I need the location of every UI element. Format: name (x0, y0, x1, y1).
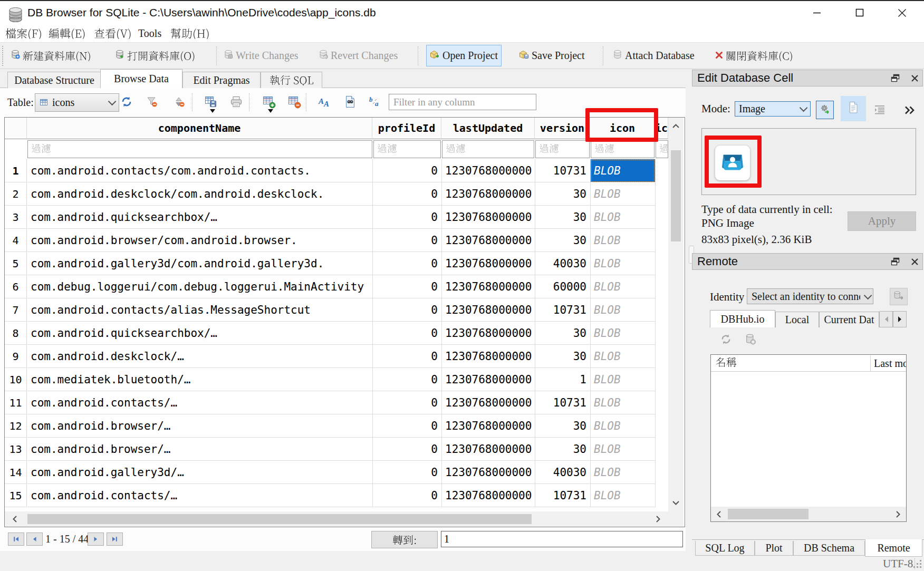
toolbar-button-save-project[interactable]: Save Project Save Project (516, 45, 588, 66)
cell-icon-blob[interactable]: BLOB (591, 368, 655, 391)
resize-grip[interactable] (920, 563, 921, 565)
cell-componentName[interactable]: com.debug.loggerui/com.debug.loggerui.Ma… (27, 275, 372, 298)
cell-profileId[interactable]: 0 (373, 391, 441, 414)
cell-componentName[interactable]: com.android.quicksearchbox/… (27, 322, 372, 345)
clear-all-filters-button[interactable] (145, 95, 159, 110)
goto-page-input[interactable] (441, 531, 683, 547)
cell-version[interactable]: 40030 (535, 252, 590, 275)
cell-lastUpdated[interactable]: 1230768000000 (442, 484, 535, 507)
text-view-toggle-button[interactable] (841, 96, 866, 121)
auto-switch-mode-button[interactable] (816, 101, 834, 119)
cell-profileId[interactable]: 0 (373, 484, 441, 507)
row-number-3[interactable]: 3 (5, 206, 27, 229)
cell-profileId[interactable]: 0 (373, 461, 441, 484)
delete-record-button[interactable] (287, 95, 302, 110)
cell-version[interactable]: 60000 (535, 275, 590, 298)
row-number-6[interactable]: 6 (5, 275, 27, 298)
scroll-down-icon[interactable] (668, 495, 684, 511)
remote-list-column-lastmodified[interactable]: Last mo (874, 355, 906, 372)
cell-profileId[interactable]: 0 (373, 345, 441, 368)
cell-version[interactable]: 10731 (535, 159, 590, 182)
cell-icon-blob[interactable]: BLOB (591, 275, 655, 298)
cell-icon-blob[interactable]: BLOB (591, 484, 655, 507)
remote-tab-dbhub[interactable]: DBHub.io (710, 310, 775, 327)
cell-profileId[interactable]: 0 (373, 229, 441, 252)
row-number-13[interactable]: 13 (5, 438, 27, 461)
cell-version[interactable]: 30 (535, 182, 590, 206)
remote-refresh-button[interactable] (719, 333, 733, 347)
column-header-lastUpdated[interactable]: lastUpdated (441, 118, 535, 139)
nav-first-button[interactable] (8, 533, 24, 546)
change-font-button[interactable]: AA (317, 95, 332, 110)
cell-icon-blob[interactable]: BLOB (591, 391, 655, 414)
refresh-button[interactable] (119, 95, 134, 110)
cell-componentName[interactable]: com.android.deskclock/com.android.deskcl… (27, 182, 372, 206)
cell-componentName[interactable]: com.android.browser/com.android.browser. (27, 229, 372, 252)
remote-list-scrollbar[interactable] (711, 507, 906, 521)
bottom-tab-sql-log[interactable]: SQL Log (695, 541, 755, 556)
filter-any-column-input[interactable] (389, 94, 536, 110)
horizontal-scrollbar-thumb[interactable] (27, 514, 532, 524)
remote-scrollbar-thumb[interactable] (728, 509, 808, 519)
cell-lastUpdated[interactable]: 1230768000000 (442, 298, 535, 322)
cell-profileId[interactable]: 0 (373, 275, 441, 298)
remote-panel-titlebar[interactable]: Remote (692, 253, 923, 270)
cell-version[interactable]: 40030 (535, 461, 590, 484)
cell-version[interactable]: 1 (535, 368, 590, 391)
cell-profileId[interactable]: 0 (373, 252, 441, 275)
grid-corner-header[interactable] (5, 118, 27, 139)
remote-tab-current-database[interactable]: Current Dat (819, 312, 879, 327)
edit-cell-close-button[interactable] (909, 73, 920, 83)
bottom-tab-plot[interactable]: Plot (755, 541, 793, 556)
cell-profileId[interactable]: 0 (373, 322, 441, 345)
minimize-button[interactable] (795, 1, 838, 24)
menu-item-help[interactable]: 幫助(H) (170, 24, 210, 42)
cell-componentName[interactable]: com.android.contacts/… (27, 391, 372, 414)
cell-componentName[interactable]: com.android.gallery3d/com.android.galler… (27, 252, 372, 275)
scroll-right-icon[interactable] (650, 511, 666, 527)
row-number-14[interactable]: 14 (5, 461, 27, 484)
remote-tabs-scroll-right[interactable] (893, 311, 907, 327)
cell-lastUpdated[interactable]: 1230768000000 (442, 159, 535, 182)
cell-lastUpdated[interactable]: 1230768000000 (442, 275, 535, 298)
cell-lastUpdated[interactable]: 1230768000000 (442, 182, 535, 206)
menu-item-view[interactable]: 查看(V) (94, 24, 132, 42)
word-wrap-button[interactable] (871, 103, 888, 118)
tab-database-structure[interactable]: Database Structure Database Structure (7, 72, 101, 88)
cell-icon-blob[interactable]: BLOB (591, 229, 655, 252)
toolbar-button-new-database[interactable]: 新建資料庫(N) (7, 45, 94, 66)
change-encoding-button[interactable]: ba (368, 95, 383, 110)
status-encoding[interactable]: UTF-8 (883, 557, 913, 570)
nav-next-button[interactable] (88, 533, 104, 546)
toolbar-button-open-project[interactable]: Open Project Open Project (426, 45, 502, 66)
tab-browse-data[interactable]: Browse Data Browse Data (100, 69, 182, 88)
cell-profileId[interactable]: 0 (373, 438, 441, 461)
resize-grip[interactable] (917, 563, 918, 565)
menu-item-edit[interactable]: 編輯(E) (49, 24, 85, 42)
cell-version[interactable]: 30 (535, 414, 590, 438)
cell-lastUpdated[interactable]: 1230768000000 (442, 391, 535, 414)
row-number-7[interactable]: 7 (5, 298, 27, 322)
remote-list-column-name[interactable]: 名稱 (711, 357, 737, 369)
save-results-dropdown-arrow[interactable] (210, 109, 215, 113)
cell-componentName[interactable]: com.android.deskclock/… (27, 345, 372, 368)
cell-lastUpdated[interactable]: 1230768000000 (442, 206, 535, 229)
tab-execute-sql[interactable]: 執行 SQL (261, 72, 322, 88)
column-filter-input-3[interactable]: 過濾 (535, 140, 590, 158)
clear-sorting-button[interactable] (172, 95, 187, 110)
column-filter-input-1[interactable]: 過濾 (373, 140, 441, 158)
toolbar-button-attach-database[interactable]: Attach Database Attach Database (610, 45, 698, 66)
resize-grip[interactable] (917, 566, 918, 568)
apply-button[interactable]: Apply (848, 211, 916, 231)
column-filter-input-5[interactable]: 過濾 (656, 140, 668, 158)
insert-record-button[interactable] (262, 95, 276, 110)
edit-cell-panel-titlebar[interactable]: Edit Database Cell (692, 70, 923, 86)
cell-icon-blob[interactable]: BLOB (591, 159, 655, 182)
scroll-left-icon[interactable] (7, 511, 23, 527)
bottom-tab-db-schema[interactable]: DB Schema (793, 541, 865, 556)
toolbar-button-write-changes[interactable]: Write Changes Write Changes (220, 45, 302, 66)
cell-icon-blob[interactable]: BLOB (591, 182, 655, 206)
find-in-cells-button[interactable] (343, 95, 358, 110)
column-filter-input-4[interactable]: 過濾 (591, 140, 654, 158)
cell-lastUpdated[interactable]: 1230768000000 (442, 322, 535, 345)
